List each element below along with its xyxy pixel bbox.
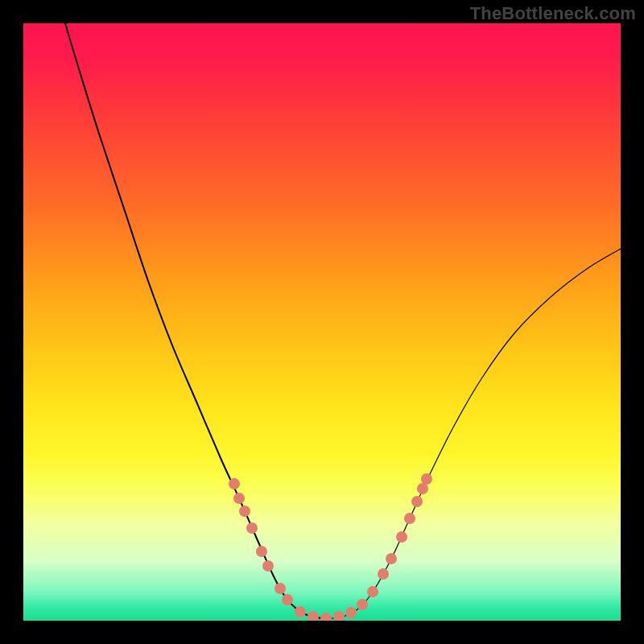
curve-marker — [262, 560, 274, 572]
curve-marker — [378, 568, 389, 580]
curve-marker — [308, 611, 319, 621]
curve-marker — [417, 483, 428, 494]
curve-marker — [320, 613, 332, 621]
curve-marker — [282, 594, 293, 605]
curve-marker — [421, 473, 432, 485]
chart-frame: TheBottleneck.com — [0, 0, 644, 644]
curve-marker — [229, 478, 240, 489]
curve-marker — [295, 606, 306, 617]
curve-markers — [23, 23, 621, 621]
curve-marker — [345, 607, 357, 618]
curve-marker — [239, 506, 250, 517]
curve-marker — [367, 586, 378, 597]
curve-marker — [357, 599, 368, 610]
curve-marker — [404, 513, 415, 524]
curve-marker — [396, 531, 407, 543]
curve-marker — [256, 546, 267, 557]
curve-marker — [275, 583, 286, 594]
curve-marker — [386, 553, 397, 564]
plot-area — [23, 23, 621, 621]
curve-marker — [233, 493, 245, 504]
watermark-text: TheBottleneck.com — [470, 3, 636, 24]
curve-marker — [246, 522, 258, 534]
curve-marker — [411, 496, 423, 507]
curve-marker — [333, 611, 345, 621]
